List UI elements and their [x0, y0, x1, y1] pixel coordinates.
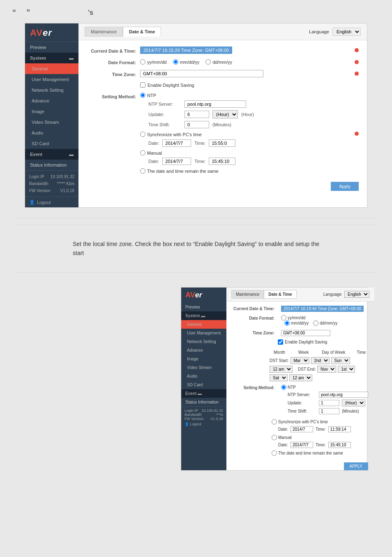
- s-timezone-label: Time Zone:: [233, 330, 278, 335]
- sidebar-item-advance[interactable]: Advance: [25, 95, 78, 106]
- s-update-unit[interactable]: (Hour): [342, 399, 365, 406]
- s-tab-date-time[interactable]: Date & Time: [264, 290, 297, 299]
- s-ntp-radio[interactable]: NTP: [281, 385, 368, 390]
- s-logout[interactable]: 👤 Logout: [184, 422, 223, 426]
- s-sync-radio[interactable]: Synchronize with PC's time: [272, 419, 368, 425]
- s-lang-label: Language: [323, 292, 342, 297]
- update-input[interactable]: [184, 111, 209, 118]
- date-format-yy-mm-dd[interactable]: yy/mm/dd: [140, 59, 167, 65]
- s-sync-date-input[interactable]: [291, 426, 313, 432]
- s-sidebar-audio[interactable]: Audio: [181, 372, 226, 381]
- main-ui-panel: AVer Preview System ▬ General User: [25, 23, 367, 208]
- s-manual-time-input[interactable]: [328, 442, 351, 448]
- s-time-shift-unit: (Minutes): [342, 409, 359, 413]
- logout-button[interactable]: 👤 Logout: [25, 197, 78, 207]
- s-sidebar-general[interactable]: General: [181, 320, 226, 329]
- manual-time-label: Time:: [194, 159, 205, 164]
- sync-date-label: Date:: [148, 141, 159, 146]
- s-dst-start-day[interactable]: Sun: [331, 357, 350, 364]
- s-manual-date-label: Date:: [278, 443, 288, 447]
- date-format-dd-mm-yy[interactable]: dd/mm/yy: [205, 59, 232, 65]
- s-manual-radio[interactable]: Manual: [272, 435, 368, 440]
- s-daylight-checkbox[interactable]: Enable Daylight Saving: [278, 339, 327, 345]
- s-sidebar-advance[interactable]: Advance: [181, 346, 226, 355]
- sync-time-label: Time:: [194, 141, 205, 146]
- s-sidebar-image[interactable]: Image: [181, 355, 226, 363]
- tab-maintenance[interactable]: Maintenance: [85, 27, 123, 37]
- date-format-mm-dd-yy[interactable]: mm/dd/yy: [173, 59, 200, 65]
- time-shift-input[interactable]: [184, 121, 209, 128]
- s-dst-end-week[interactable]: 1st: [338, 366, 355, 373]
- sync-time-input[interactable]: [209, 139, 235, 147]
- s-dst-start-month[interactable]: Mar: [291, 357, 309, 364]
- sidebar-item-preview[interactable]: Preview: [25, 42, 78, 53]
- second-header: Maintenance Date & Time Language English: [226, 288, 374, 302]
- manual-date-input[interactable]: [162, 158, 191, 165]
- sidebar-item-event[interactable]: Event ▬: [25, 149, 78, 160]
- s-current-value: 2014/7/7 16:19:44 Time Zone: GMT+08:00: [281, 306, 364, 312]
- tab-date-time[interactable]: Date & Time: [123, 27, 161, 37]
- sidebar-item-video-stream[interactable]: Video Stream: [25, 117, 78, 128]
- time-zone-input[interactable]: [140, 70, 263, 77]
- s-sidebar-network[interactable]: Network Setting: [181, 337, 226, 346]
- manual-date-label: Date:: [148, 159, 159, 164]
- s-ntp-server-label: NTP Server:: [288, 392, 316, 397]
- s-remain-radio[interactable]: The date and time remain the same: [272, 450, 368, 456]
- s-dst-end-time[interactable]: 12 am: [289, 374, 312, 381]
- second-logo: AVer: [181, 288, 226, 303]
- sidebar-item-image[interactable]: Image: [25, 106, 78, 117]
- bandwidth-label: Bandwidth: [29, 181, 48, 186]
- s-sidebar-event[interactable]: Event ▬: [181, 389, 226, 398]
- language-select[interactable]: English: [332, 28, 361, 36]
- s-df-yy[interactable]: yy/mm/dd: [281, 315, 368, 320]
- s-dst-end-month[interactable]: Nov: [317, 366, 336, 373]
- sync-date-input[interactable]: [162, 139, 191, 147]
- s-tab-maintenance[interactable]: Maintenance: [231, 290, 264, 299]
- daylight-saving-checkbox[interactable]: Enable Daylight Saving: [140, 82, 359, 88]
- s-sync-time-label: Time:: [316, 427, 326, 432]
- ntp-server-input[interactable]: [184, 100, 246, 108]
- s-sidebar-user-mgmt[interactable]: User Management: [181, 329, 226, 337]
- second-screenshot-container: AVer Preview System ▬ General User Manag…: [0, 279, 392, 487]
- manual-time-input[interactable]: [209, 158, 235, 165]
- s-time-shift-label: Time Shift:: [288, 409, 316, 413]
- s-ntp-server-input[interactable]: [319, 392, 368, 398]
- s-df-dd[interactable]: dd/mm/yy: [313, 320, 337, 326]
- sidebar-item-status-information[interactable]: Status Information: [25, 160, 78, 170]
- sidebar-item-network-setting[interactable]: Network Setting: [25, 85, 78, 95]
- indicator-dot-4: [355, 132, 359, 136]
- apply-button[interactable]: Apply: [331, 182, 359, 191]
- expand-icon: ▬: [69, 56, 74, 60]
- sync-pc-radio[interactable]: Synchronize with PC's time: [140, 132, 202, 137]
- ntp-radio[interactable]: NTP: [140, 93, 355, 98]
- sidebar-item-general[interactable]: General: [25, 63, 78, 74]
- remain-same-radio[interactable]: The date and time remain the same: [140, 168, 219, 174]
- s-df-mm[interactable]: mm/dd/yy: [284, 320, 309, 326]
- sidebar-item-system[interactable]: System ▬: [25, 53, 78, 63]
- manual-radio[interactable]: Manual: [140, 150, 355, 155]
- s-timezone-input[interactable]: [281, 330, 330, 336]
- s-sidebar-system[interactable]: System ▬: [181, 311, 226, 320]
- s-sync-time-input[interactable]: [328, 426, 351, 432]
- language-label: Language: [309, 29, 329, 34]
- s-apply-button[interactable]: APPLY: [344, 462, 369, 470]
- s-sidebar-status[interactable]: Status Information: [181, 398, 226, 406]
- s-login-ip-value: 10.100.91.32: [201, 408, 223, 413]
- sidebar-item-user-management[interactable]: User Management: [25, 74, 78, 85]
- sidebar-item-sd-card[interactable]: SD Card: [25, 138, 78, 149]
- s-dst-start-week[interactable]: 2nd: [311, 357, 330, 364]
- s-dst-end-day[interactable]: Sat: [270, 374, 288, 381]
- s-sidebar-video[interactable]: Video Stream: [181, 363, 226, 372]
- s-sidebar-preview[interactable]: Preview: [181, 303, 226, 311]
- s-language-select[interactable]: English: [344, 291, 369, 298]
- update-label: Update:: [148, 112, 181, 117]
- s-update-input[interactable]: [319, 400, 339, 406]
- s-manual-date-input[interactable]: [291, 442, 313, 448]
- apostrophe-s: 's: [88, 9, 93, 16]
- update-unit-select[interactable]: (Hour): [212, 110, 238, 118]
- s-sidebar-sdcard[interactable]: SD Card: [181, 381, 226, 389]
- s-manual-time-label: Time:: [316, 443, 326, 447]
- s-time-shift-input[interactable]: [319, 408, 339, 414]
- sidebar-item-audio[interactable]: Audio: [25, 128, 78, 138]
- s-dst-start-time[interactable]: 12 am: [270, 366, 293, 373]
